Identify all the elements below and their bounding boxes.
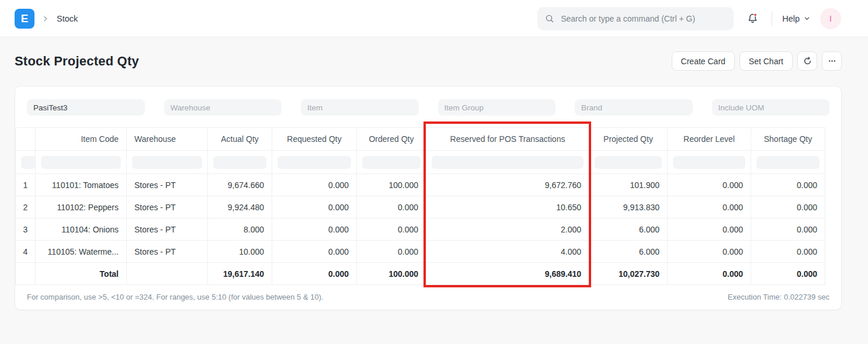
bell-icon	[747, 13, 758, 24]
page-header: Stock Projected Qty Create Card Set Char…	[15, 51, 842, 71]
create-card-button[interactable]: Create Card	[672, 51, 735, 71]
table-row: 4 110105: Waterme... Stores - PT 10.000 …	[16, 241, 825, 263]
set-chart-button[interactable]: Set Chart	[739, 51, 793, 71]
column-header-requested-qty[interactable]: Requested Qty	[272, 128, 357, 151]
shortage-qty-filter-input[interactable]	[756, 156, 820, 169]
cell-shortage-qty: 0.000	[751, 218, 825, 241]
requested-qty-filter-input[interactable]	[277, 156, 351, 169]
total-requested-qty: 0.000	[272, 263, 357, 285]
row-number: 1	[16, 174, 36, 196]
cell-requested-qty: 0.000	[272, 218, 357, 241]
row-number: 4	[16, 241, 36, 263]
cell-reserved-pos: 2.000	[426, 218, 589, 241]
refresh-icon	[803, 57, 812, 65]
ellipsis-icon	[828, 57, 836, 65]
main-content: Stock Projected Qty Create Card Set Char…	[0, 51, 868, 310]
cell-warehouse: Stores - PT	[127, 174, 208, 196]
cell-projected-qty: 9,913.830	[589, 196, 668, 218]
search-input[interactable]	[560, 13, 726, 24]
reorder-level-filter-input[interactable]	[673, 156, 745, 169]
execution-time: Execution Time: 0.022739 sec	[728, 293, 829, 301]
cell-shortage-qty: 0.000	[751, 174, 825, 196]
cell-item-code: 110102: Peppers	[36, 196, 127, 218]
cell-actual-qty: 9,924.480	[208, 196, 272, 218]
cell-item-code: 110101: Tomatoes	[36, 174, 127, 196]
total-warehouse	[127, 263, 208, 285]
filter-item-group-input[interactable]	[438, 99, 556, 116]
column-header-shortage-qty[interactable]: Shortage Qty	[751, 128, 825, 151]
row-number-header	[16, 128, 36, 151]
cell-reorder-level: 0.000	[668, 241, 751, 263]
reserved-pos-filter-input[interactable]	[432, 156, 584, 169]
column-header-reorder-level[interactable]: Reorder Level	[668, 128, 751, 151]
table-row: 1 110101: Tomatoes Stores - PT 9,674.660…	[16, 174, 825, 196]
help-label: Help	[782, 14, 800, 23]
ordered-qty-filter-input[interactable]	[362, 156, 421, 169]
cell-actual-qty: 8.000	[208, 218, 272, 241]
cell-warehouse: Stores - PT	[127, 218, 208, 241]
cell-requested-qty: 0.000	[272, 241, 357, 263]
total-row: Total 19,617.140 0.000 100.000 9,689.410…	[16, 263, 825, 285]
menu-button[interactable]	[822, 51, 842, 71]
chevron-right-icon	[42, 15, 49, 22]
column-header-ordered-qty[interactable]: Ordered Qty	[357, 128, 426, 151]
cell-ordered-qty: 0.000	[357, 218, 426, 241]
cell-reserved-pos: 4.000	[426, 241, 589, 263]
global-search[interactable]	[537, 7, 734, 30]
report-table: Item Code Warehouse Actual Qty Requested…	[15, 127, 825, 285]
cell-shortage-qty: 0.000	[751, 196, 825, 218]
page-actions: Create Card Set Chart	[672, 51, 842, 71]
report-footer: For comparison, use >5, <10 or =324. For…	[15, 285, 841, 310]
total-actual-qty: 19,617.140	[208, 263, 272, 285]
cell-projected-qty: 6.000	[589, 218, 668, 241]
cell-projected-qty: 101.900	[589, 174, 668, 196]
total-ordered-qty: 100.000	[357, 263, 426, 285]
cell-shortage-qty: 0.000	[751, 241, 825, 263]
cell-item-code: 110105: Waterme...	[36, 241, 127, 263]
item-code-filter-input[interactable]	[41, 156, 121, 169]
cell-actual-qty: 10.000	[208, 241, 272, 263]
search-icon	[545, 14, 554, 23]
comparison-hint: For comparison, use >5, <10 or =324. For…	[27, 293, 324, 301]
avatar-letter: I	[829, 14, 832, 23]
app-logo[interactable]: E	[15, 9, 34, 29]
table-row: 2 110102: Peppers Stores - PT 9,924.480 …	[16, 196, 825, 218]
user-avatar[interactable]: I	[820, 8, 841, 29]
cell-projected-qty: 6.000	[589, 241, 668, 263]
help-dropdown[interactable]: Help	[782, 14, 810, 23]
cell-actual-qty: 9,674.660	[208, 174, 272, 196]
navbar-divider	[772, 11, 772, 26]
notifications-button[interactable]	[744, 11, 762, 26]
total-projected-qty: 10,027.730	[589, 263, 668, 285]
column-header-projected-qty[interactable]: Projected Qty	[589, 128, 668, 151]
projected-qty-filter-input[interactable]	[595, 156, 662, 169]
cell-reorder-level: 0.000	[668, 174, 751, 196]
column-header-reserved-pos[interactable]: Reserved for POS Transactions	[426, 128, 589, 151]
cell-ordered-qty: 0.000	[357, 196, 426, 218]
refresh-button[interactable]	[797, 51, 817, 71]
column-header-actual-qty[interactable]: Actual Qty	[208, 128, 272, 151]
row-select-filter[interactable]	[21, 156, 36, 169]
cell-requested-qty: 0.000	[272, 174, 357, 196]
total-label: Total	[36, 263, 127, 285]
filter-warehouse-input[interactable]	[164, 99, 282, 116]
filter-company-input[interactable]	[27, 99, 145, 116]
cell-requested-qty: 0.000	[272, 196, 357, 218]
actual-qty-filter-input[interactable]	[213, 156, 266, 169]
cell-reorder-level: 0.000	[668, 218, 751, 241]
filter-include-uom-input[interactable]	[712, 99, 830, 116]
cell-reorder-level: 0.000	[668, 196, 751, 218]
filter-brand-input[interactable]	[575, 99, 693, 116]
navbar-left: E Stock	[15, 9, 78, 29]
breadcrumb-stock[interactable]: Stock	[57, 14, 78, 23]
column-header-warehouse[interactable]: Warehouse	[127, 128, 208, 151]
warehouse-filter-input[interactable]	[132, 156, 202, 169]
row-number: 2	[16, 196, 36, 218]
column-header-item-code[interactable]: Item Code	[36, 128, 127, 151]
filter-item-input[interactable]	[301, 99, 419, 116]
filter-bar	[15, 86, 841, 127]
row-number	[16, 263, 36, 285]
header-row: Item Code Warehouse Actual Qty Requested…	[16, 128, 825, 151]
chevron-down-icon	[804, 15, 810, 22]
navbar-right: Help I	[537, 7, 841, 30]
